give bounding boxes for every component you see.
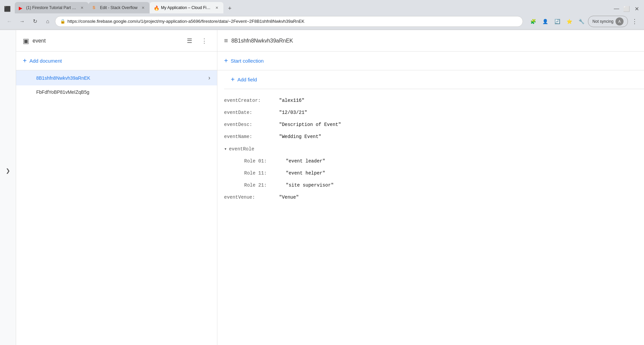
sync-status-icon-btn[interactable]: 🔄 (552, 16, 562, 27)
field-key-eventCreator: eventCreator: (224, 98, 278, 103)
collection-panel-header: ▣ event ☰ ⋮ (16, 30, 217, 52)
reload-button[interactable]: ↻ (30, 16, 40, 27)
new-tab-button[interactable]: + (225, 3, 235, 13)
toggle-panel-button[interactable]: ❯ (0, 162, 16, 179)
doc-item-2-name: FbFdfYoBP81vMeIZqB5g (36, 89, 210, 95)
sub-field-value-role11: "event helper" (286, 170, 325, 176)
field-value-eventDate: "12/03/21" (279, 110, 307, 115)
tab-stackoverflow[interactable]: S Edit - Stack Overflow ✕ (89, 2, 150, 13)
field-eventDate: eventDate: "12/03/21" (224, 107, 637, 119)
document-fields: eventCreator: "alex116" eventDate: "12/0… (217, 92, 644, 206)
more-options-icon: ⋮ (201, 37, 207, 45)
field-eventName: eventName: "Wedding Event" (224, 131, 637, 143)
start-collection-label: Start collection (231, 58, 264, 64)
document-panel: ≡ 8B1shfn8Nwkvh39aRnEK + Start collectio… (217, 30, 644, 345)
doc-item-1-arrow-icon: › (208, 74, 210, 81)
filter-button[interactable]: ☰ (183, 35, 196, 47)
sync-button[interactable]: Not syncing A (588, 16, 628, 27)
doc-item-1-name: 8B1shfn8Nwkvh39aRnEK (36, 75, 208, 81)
field-key-eventDesc: eventDesc: (224, 122, 278, 127)
address-box[interactable]: 🔒 https://console.firebase.google.com/u/… (55, 16, 523, 27)
field-value-eventDesc: "Description of Event" (279, 122, 341, 127)
tab-youtube-close-icon[interactable]: ✕ (79, 5, 85, 10)
field-key-eventRole: eventRole (229, 146, 254, 152)
home-button[interactable]: ⌂ (42, 16, 53, 27)
extensions2-icon-btn[interactable]: 🔧 (576, 16, 587, 27)
left-toggle-panel: ❯ (0, 30, 16, 345)
tab-youtube[interactable]: ▶ (1) Firestore Tutorial Part 16 - A... … (15, 2, 89, 13)
lock-icon: 🔒 (60, 19, 65, 24)
add-document-plus-icon: + (23, 57, 27, 65)
field-role21: Role 21: "site supervisor" (224, 179, 637, 191)
field-role11: Role 11: "event helper" (224, 167, 637, 179)
tab-firebase-close-icon[interactable]: ✕ (214, 5, 219, 10)
document-panel-icon: ≡ (224, 37, 228, 45)
avatar: A (615, 17, 624, 25)
profile-icon-btn[interactable]: 👤 (540, 16, 550, 27)
bookmarks-icon-btn[interactable]: ⭐ (564, 16, 575, 27)
add-document-button[interactable]: + Add document (16, 52, 217, 70)
sub-field-value-role21: "site supervisor" (286, 183, 334, 188)
field-key-eventVenue: eventVenue: (224, 195, 278, 200)
expand-arrow-icon[interactable]: ▾ (224, 146, 227, 152)
tab-youtube-title: (1) Firestore Tutorial Part 16 - A... (26, 5, 76, 10)
field-value-eventVenue: "Venue" (279, 195, 299, 200)
field-eventDesc: eventDesc: "Description of Event" (224, 119, 637, 131)
toolbar-icons: 🧩 👤 🔄 ⭐ 🔧 Not syncing A ⋮ (528, 16, 640, 27)
add-field-label: Add field (237, 77, 257, 82)
filter-icon: ☰ (187, 37, 192, 45)
field-eventRole-container: ▾ eventRole (224, 143, 637, 155)
tab-stackoverflow-close-icon[interactable]: ✕ (140, 5, 146, 10)
forward-button[interactable]: → (17, 16, 28, 27)
field-eventVenue: eventVenue: "Venue" (224, 191, 637, 203)
browser-chrome: ⬛ ▶ (1) Firestore Tutorial Part 16 - A..… (0, 0, 644, 30)
tabs-bar: ⬛ ▶ (1) Firestore Tutorial Part 16 - A..… (0, 0, 644, 13)
field-value-eventCreator: "alex116" (279, 98, 305, 103)
maximize-button[interactable]: ⬜ (622, 4, 631, 13)
more-options-button[interactable]: ⋮ (198, 35, 210, 47)
tab-firebase[interactable]: 🔥 My Application – Cloud Firestore ✕ (150, 2, 223, 13)
collection-panel-actions: ☰ ⋮ (183, 35, 210, 47)
doc-item-1[interactable]: 8B1shfn8Nwkvh39aRnEK › (16, 70, 217, 85)
sub-field-value-role01: "event leader" (286, 158, 325, 164)
browser-menu-button[interactable]: ⋮ (629, 16, 640, 27)
field-role01: Role 01: "event leader" (224, 155, 637, 167)
field-eventCreator: eventCreator: "alex116" (224, 94, 637, 107)
document-panel-actions: + Start collection (217, 52, 644, 70)
field-value-eventName: "Wedding Event" (279, 134, 321, 139)
doc-item-2[interactable]: FbFdfYoBP81vMeIZqB5g (16, 85, 217, 99)
add-field-button[interactable]: + Add field (224, 70, 644, 89)
collection-panel: ▣ event ☰ ⋮ + Add document (16, 30, 217, 345)
stackoverflow-favicon-icon: S (93, 5, 97, 10)
firestore-panels: ▣ event ☰ ⋮ + Add document (16, 30, 644, 345)
firebase-favicon-icon: 🔥 (154, 5, 158, 10)
sync-button-label: Not syncing (592, 19, 613, 24)
close-button[interactable]: ✕ (632, 4, 641, 13)
document-panel-header: ≡ 8B1shfn8Nwkvh39aRnEK (217, 30, 644, 52)
collection-panel-title: event (33, 38, 180, 44)
minimize-button[interactable]: — (612, 4, 621, 13)
add-document-label: Add document (30, 58, 62, 64)
sub-field-key-role01: Role 01: (244, 158, 284, 164)
main-content: ❯ ▣ event ☰ ⋮ + Add document (0, 30, 644, 345)
address-url: https://console.firebase.google.com/u/1/… (67, 19, 518, 24)
tab-firebase-title: My Application – Cloud Firestore (161, 5, 211, 10)
sidebar-toggle-btn[interactable]: ⬛ (3, 4, 12, 13)
address-bar-row: ← → ↻ ⌂ 🔒 https://console.firebase.googl… (0, 13, 644, 29)
document-panel-title: 8B1shfn8Nwkvh39aRnEK (231, 38, 293, 44)
back-button[interactable]: ← (4, 16, 15, 27)
field-key-eventDate: eventDate: (224, 110, 278, 115)
extensions-icon-btn[interactable]: 🧩 (528, 16, 538, 27)
sub-field-key-role11: Role 11: (244, 170, 284, 176)
start-collection-plus-icon: + (224, 57, 228, 65)
field-key-eventName: eventName: (224, 134, 278, 139)
youtube-favicon-icon: ▶ (19, 5, 23, 10)
document-list: 8B1shfn8Nwkvh39aRnEK › FbFdfYoBP81vMeIZq… (16, 70, 217, 345)
sub-field-key-role21: Role 21: (244, 183, 284, 188)
add-field-plus-icon: + (231, 76, 235, 83)
start-collection-button[interactable]: + Start collection (224, 56, 264, 66)
tab-stackoverflow-title: Edit - Stack Overflow (100, 5, 138, 10)
collection-panel-icon: ▣ (23, 37, 29, 45)
